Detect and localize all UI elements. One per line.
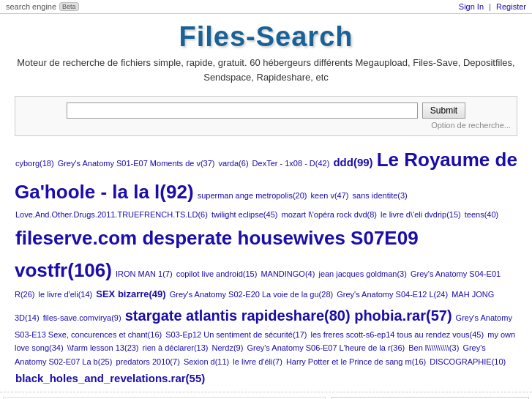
tag-link[interactable]: Nerdz(9) bbox=[212, 343, 244, 352]
tag-link[interactable]: S03-Ep12 Un sentiment de sécurité(17) bbox=[165, 330, 307, 339]
tag-link[interactable]: superman ange metropolis(20) bbox=[198, 191, 307, 200]
tag-link[interactable]: varda(6) bbox=[219, 159, 249, 168]
search-input[interactable] bbox=[67, 102, 418, 119]
tag-link[interactable]: mozart l\'opéra rock dvd(8) bbox=[281, 210, 376, 219]
tag-link[interactable]: IRON MAN 1(7) bbox=[116, 269, 173, 278]
tag-link[interactable]: le livre d'éli(7) bbox=[233, 357, 282, 366]
beta-badge: Beta bbox=[59, 2, 79, 11]
tag-link[interactable]: le livre d\'eli dvdrip(15) bbox=[381, 210, 461, 219]
bottom-section: Grey's Anatomy Grey Halles Deposits Grey… bbox=[0, 392, 532, 399]
top-bar-right: Sign In | Register bbox=[459, 2, 526, 11]
site-title: Files-Search bbox=[0, 21, 532, 53]
tag-cloud: cyborg(18) Grey's Anatomy S01-E07 Moment… bbox=[0, 141, 532, 392]
tag-link[interactable]: DexTer - 1x08 - D(42) bbox=[252, 159, 330, 168]
tag-link[interactable]: SEX bizarre(49) bbox=[96, 288, 165, 299]
tag-link[interactable]: Ben l\\\\\\\\\\(3) bbox=[408, 343, 459, 352]
tag-link[interactable]: copilot live android(15) bbox=[176, 269, 258, 278]
tag-link[interactable]: Grey's Anatomy S02-E20 La voie de la gu(… bbox=[170, 290, 333, 299]
tag-link[interactable]: Grey's Anatomy S06-E07 L'heure de la r(3… bbox=[247, 343, 405, 352]
search-option[interactable]: Option de recherche... bbox=[21, 121, 511, 130]
search-button[interactable]: Submit bbox=[422, 102, 465, 119]
tag-link[interactable]: twilight eclipse(45) bbox=[211, 210, 277, 219]
tag-link[interactable]: black_holes_and_revelations.rar(55) bbox=[15, 372, 205, 384]
tagline: Moteur de recherche de fichiers simple, … bbox=[0, 56, 532, 84]
tag-link[interactable]: MANDINGO(4) bbox=[261, 269, 315, 278]
tag-link[interactable]: teens(40) bbox=[465, 210, 498, 219]
search-form: Submit bbox=[21, 102, 511, 119]
tag-link[interactable]: le livre d'eli(14) bbox=[39, 290, 93, 299]
tag-link[interactable]: jean jacques goldman(3) bbox=[318, 269, 406, 278]
header: Files-Search Moteur de recherche de fich… bbox=[0, 14, 532, 89]
tag-link[interactable]: Love.And.Other.Drugs.2011.TRUEFRENCH.TS.… bbox=[15, 210, 208, 219]
search-section: Submit Option de recherche... bbox=[15, 96, 517, 136]
tag-link[interactable]: Grey's Anatomy S01-E07 Moments de v(37) bbox=[58, 159, 215, 168]
tag-link[interactable]: ddd(99) bbox=[333, 156, 372, 168]
tag-link[interactable]: files-save.comvirya(9) bbox=[43, 313, 121, 322]
tag-link[interactable]: cyborg(18) bbox=[15, 159, 54, 168]
tag-link[interactable]: Harry Potter et le Prince de sang m(16) bbox=[286, 357, 426, 366]
top-bar: search engine Beta Sign In | Register bbox=[0, 0, 532, 14]
tag-link[interactable]: keen v(47) bbox=[311, 191, 349, 200]
tag-link[interactable]: Grey's Anatomy S04-E12 L(24) bbox=[337, 290, 448, 299]
tag-link[interactable]: stargate atlantis rapideshare(80) phobia… bbox=[125, 307, 452, 324]
tag-link[interactable]: predators 2010(7) bbox=[116, 357, 179, 366]
tag-link[interactable]: les freres scott-s6-ep14 tous au rendez … bbox=[311, 330, 484, 339]
register-link[interactable]: Register bbox=[496, 2, 526, 11]
signin-link[interactable]: Sign In bbox=[459, 2, 484, 11]
tag-link[interactable]: sans identite(3) bbox=[353, 191, 408, 200]
separator: | bbox=[489, 2, 491, 11]
tag-link[interactable]: rien à déclarer(13) bbox=[143, 343, 209, 352]
tag-link[interactable]: \\farm lesson 13(23) bbox=[67, 343, 139, 352]
search-engine-label: search engine bbox=[6, 2, 56, 11]
tag-link[interactable]: Sexion d(11) bbox=[184, 357, 229, 366]
top-bar-left: search engine Beta bbox=[6, 2, 79, 11]
tag-link[interactable]: DISCOGRAPHIE(10) bbox=[430, 357, 506, 366]
